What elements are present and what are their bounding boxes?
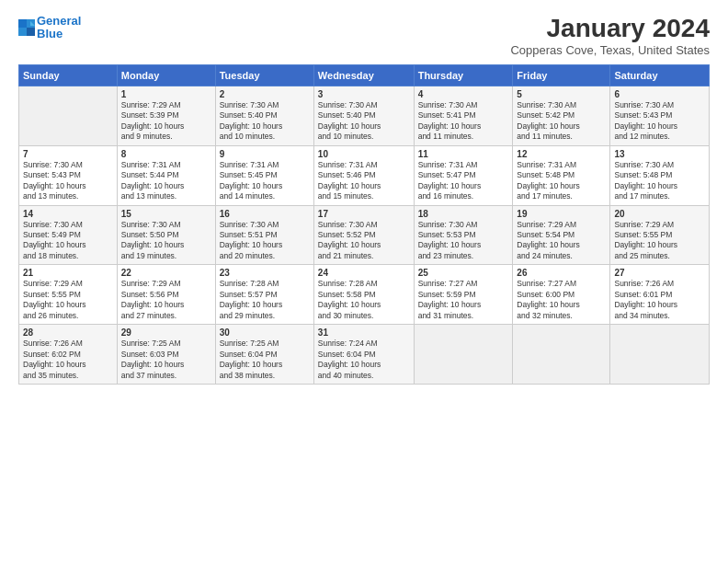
day-number: 26	[517, 268, 606, 278]
day-number: 24	[318, 268, 410, 278]
calendar-cell: 18Sunrise: 7:30 AM Sunset: 5:53 PM Dayli…	[414, 205, 513, 265]
day-info: Sunrise: 7:26 AM Sunset: 6:02 PM Dayligh…	[23, 339, 113, 381]
day-number: 30	[220, 327, 310, 338]
day-info: Sunrise: 7:31 AM Sunset: 5:48 PM Dayligh…	[517, 160, 606, 202]
day-number: 28	[23, 327, 113, 338]
calendar-cell: 17Sunrise: 7:30 AM Sunset: 5:52 PM Dayli…	[313, 205, 414, 265]
calendar-cell: 5Sunrise: 7:30 AM Sunset: 5:42 PM Daylig…	[513, 86, 610, 145]
day-info: Sunrise: 7:29 AM Sunset: 5:39 PM Dayligh…	[121, 100, 211, 143]
day-info: Sunrise: 7:30 AM Sunset: 5:42 PM Dayligh…	[517, 100, 606, 143]
day-number: 15	[121, 209, 211, 219]
day-info: Sunrise: 7:30 AM Sunset: 5:52 PM Dayligh…	[318, 220, 410, 262]
calendar-week-4: 21Sunrise: 7:29 AM Sunset: 5:55 PM Dayli…	[19, 265, 710, 325]
day-number: 21	[23, 268, 113, 278]
calendar-cell	[414, 325, 513, 385]
day-number: 5	[517, 89, 606, 99]
day-info: Sunrise: 7:31 AM Sunset: 5:46 PM Dayligh…	[318, 160, 410, 202]
day-number: 23	[220, 268, 310, 278]
calendar-week-1: 1Sunrise: 7:29 AM Sunset: 5:39 PM Daylig…	[19, 86, 710, 145]
calendar-cell: 20Sunrise: 7:29 AM Sunset: 5:55 PM Dayli…	[610, 205, 710, 265]
day-info: Sunrise: 7:30 AM Sunset: 5:49 PM Dayligh…	[23, 220, 113, 262]
calendar-cell: 22Sunrise: 7:29 AM Sunset: 5:56 PM Dayli…	[117, 265, 215, 325]
day-number: 11	[418, 149, 509, 159]
day-number: 2	[220, 89, 310, 99]
day-info: Sunrise: 7:30 AM Sunset: 5:40 PM Dayligh…	[318, 100, 410, 143]
calendar-cell: 4Sunrise: 7:30 AM Sunset: 5:41 PM Daylig…	[414, 86, 513, 145]
day-info: Sunrise: 7:29 AM Sunset: 5:55 PM Dayligh…	[614, 220, 705, 262]
day-info: Sunrise: 7:24 AM Sunset: 6:04 PM Dayligh…	[318, 339, 410, 381]
day-number: 4	[418, 89, 509, 99]
day-info: Sunrise: 7:29 AM Sunset: 5:56 PM Dayligh…	[121, 279, 211, 321]
calendar-cell: 12Sunrise: 7:31 AM Sunset: 5:48 PM Dayli…	[513, 145, 610, 205]
day-info: Sunrise: 7:27 AM Sunset: 5:59 PM Dayligh…	[418, 279, 509, 321]
title-block: January 2024 Copperas Cove, Texas, Unite…	[510, 15, 710, 57]
weekday-header-tuesday: Tuesday	[215, 64, 313, 86]
day-info: Sunrise: 7:27 AM Sunset: 6:00 PM Dayligh…	[517, 279, 606, 321]
calendar-cell: 15Sunrise: 7:30 AM Sunset: 5:50 PM Dayli…	[117, 205, 215, 265]
weekday-header-thursday: Thursday	[414, 64, 513, 86]
day-info: Sunrise: 7:30 AM Sunset: 5:53 PM Dayligh…	[418, 220, 509, 262]
weekday-header-monday: Monday	[117, 64, 215, 86]
day-info: Sunrise: 7:30 AM Sunset: 5:43 PM Dayligh…	[614, 100, 705, 143]
day-info: Sunrise: 7:30 AM Sunset: 5:41 PM Dayligh…	[418, 100, 509, 143]
day-number: 14	[23, 209, 113, 219]
calendar-cell: 23Sunrise: 7:28 AM Sunset: 5:57 PM Dayli…	[215, 265, 313, 325]
day-info: Sunrise: 7:28 AM Sunset: 5:58 PM Dayligh…	[318, 279, 410, 321]
logo-icon	[18, 19, 35, 36]
day-number: 31	[318, 327, 410, 338]
calendar-cell: 29Sunrise: 7:25 AM Sunset: 6:03 PM Dayli…	[117, 325, 215, 385]
svg-rect-3	[27, 28, 35, 36]
weekday-header-friday: Friday	[513, 64, 610, 86]
calendar-cell: 30Sunrise: 7:25 AM Sunset: 6:04 PM Dayli…	[215, 325, 313, 385]
calendar-cell: 14Sunrise: 7:30 AM Sunset: 5:49 PM Dayli…	[19, 205, 118, 265]
day-number: 3	[318, 89, 410, 99]
day-number: 9	[220, 149, 310, 159]
day-info: Sunrise: 7:31 AM Sunset: 5:45 PM Dayligh…	[220, 160, 310, 202]
calendar-cell	[513, 325, 610, 385]
page-title: January 2024	[510, 15, 710, 43]
calendar-cell: 25Sunrise: 7:27 AM Sunset: 5:59 PM Dayli…	[414, 265, 513, 325]
day-info: Sunrise: 7:31 AM Sunset: 5:44 PM Dayligh…	[121, 160, 211, 202]
calendar-cell: 31Sunrise: 7:24 AM Sunset: 6:04 PM Dayli…	[313, 325, 414, 385]
day-number: 16	[220, 209, 310, 219]
calendar-cell: 21Sunrise: 7:29 AM Sunset: 5:55 PM Dayli…	[19, 265, 118, 325]
calendar-cell: 2Sunrise: 7:30 AM Sunset: 5:40 PM Daylig…	[215, 86, 313, 145]
day-info: Sunrise: 7:30 AM Sunset: 5:48 PM Dayligh…	[614, 160, 705, 202]
day-number: 7	[23, 149, 113, 159]
calendar-cell	[610, 325, 710, 385]
day-info: Sunrise: 7:29 AM Sunset: 5:55 PM Dayligh…	[23, 279, 113, 321]
calendar-cell: 1Sunrise: 7:29 AM Sunset: 5:39 PM Daylig…	[117, 86, 215, 145]
logo-text: General Blue	[37, 15, 81, 41]
calendar-cell: 8Sunrise: 7:31 AM Sunset: 5:44 PM Daylig…	[117, 145, 215, 205]
day-info: Sunrise: 7:28 AM Sunset: 5:57 PM Dayligh…	[220, 279, 310, 321]
day-number: 17	[318, 209, 410, 219]
svg-rect-2	[18, 28, 27, 36]
calendar-cell: 10Sunrise: 7:31 AM Sunset: 5:46 PM Dayli…	[313, 145, 414, 205]
day-number: 18	[418, 209, 509, 219]
day-number: 13	[614, 149, 705, 159]
day-info: Sunrise: 7:30 AM Sunset: 5:50 PM Dayligh…	[121, 220, 211, 262]
weekday-header-sunday: Sunday	[19, 64, 118, 86]
day-info: Sunrise: 7:30 AM Sunset: 5:43 PM Dayligh…	[23, 160, 113, 202]
page-subtitle: Copperas Cove, Texas, United States	[510, 43, 710, 57]
header: General Blue January 2024 Copperas Cove,…	[18, 15, 710, 57]
calendar-table: SundayMondayTuesdayWednesdayThursdayFrid…	[18, 64, 710, 385]
calendar-week-5: 28Sunrise: 7:26 AM Sunset: 6:02 PM Dayli…	[19, 325, 710, 385]
calendar-cell: 28Sunrise: 7:26 AM Sunset: 6:02 PM Dayli…	[19, 325, 118, 385]
day-info: Sunrise: 7:26 AM Sunset: 6:01 PM Dayligh…	[614, 279, 705, 321]
calendar-cell: 26Sunrise: 7:27 AM Sunset: 6:00 PM Dayli…	[513, 265, 610, 325]
day-info: Sunrise: 7:25 AM Sunset: 6:04 PM Dayligh…	[220, 339, 310, 381]
weekday-header-wednesday: Wednesday	[313, 64, 414, 86]
day-number: 19	[517, 209, 606, 219]
weekday-header-row: SundayMondayTuesdayWednesdayThursdayFrid…	[19, 64, 710, 86]
calendar-cell: 19Sunrise: 7:29 AM Sunset: 5:54 PM Dayli…	[513, 205, 610, 265]
calendar-cell	[19, 86, 118, 145]
calendar-week-3: 14Sunrise: 7:30 AM Sunset: 5:49 PM Dayli…	[19, 205, 710, 265]
calendar-cell: 16Sunrise: 7:30 AM Sunset: 5:51 PM Dayli…	[215, 205, 313, 265]
calendar-cell: 24Sunrise: 7:28 AM Sunset: 5:58 PM Dayli…	[313, 265, 414, 325]
weekday-header-saturday: Saturday	[610, 64, 710, 86]
logo: General Blue	[18, 15, 81, 41]
calendar-cell: 7Sunrise: 7:30 AM Sunset: 5:43 PM Daylig…	[19, 145, 118, 205]
calendar-cell: 6Sunrise: 7:30 AM Sunset: 5:43 PM Daylig…	[610, 86, 710, 145]
calendar-cell: 13Sunrise: 7:30 AM Sunset: 5:48 PM Dayli…	[610, 145, 710, 205]
